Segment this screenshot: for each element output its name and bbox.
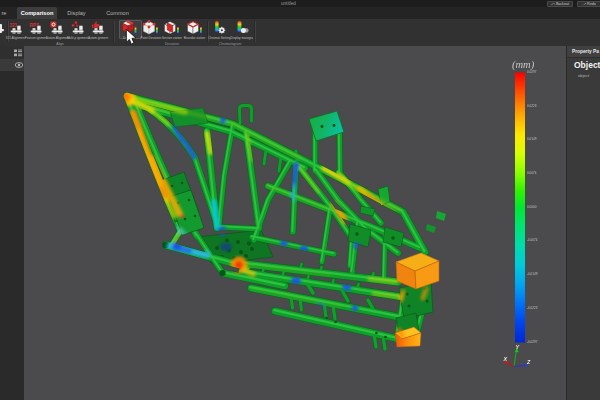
svg-text:-0.0297: -0.0297 [527,340,538,344]
svg-text:Y: Y [516,344,520,350]
svg-text:0.0074: 0.0074 [527,171,537,175]
svg-text:X: X [503,356,508,362]
svg-text:0.0149: 0.0149 [527,137,537,141]
svg-text:Z: Z [526,359,531,365]
svg-text:-0.0149: -0.0149 [527,272,538,276]
svg-text:0.0297: 0.0297 [527,70,537,74]
svg-text:-0.0223: -0.0223 [527,306,538,310]
svg-text:-0.0074: -0.0074 [527,238,538,242]
svg-text:0.0223: 0.0223 [527,104,537,108]
svg-text:0.0000: 0.0000 [527,205,537,209]
